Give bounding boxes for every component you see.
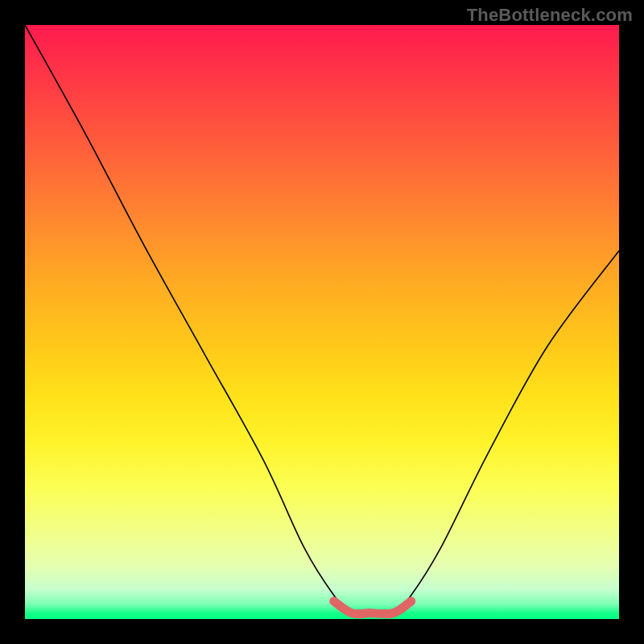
chart-plot-area (25, 25, 619, 619)
bottleneck-curve-path (25, 25, 619, 614)
chart-svg (25, 25, 619, 619)
optimal-highlight-path (334, 601, 411, 614)
watermark-label: TheBottleneck.com (467, 5, 633, 26)
